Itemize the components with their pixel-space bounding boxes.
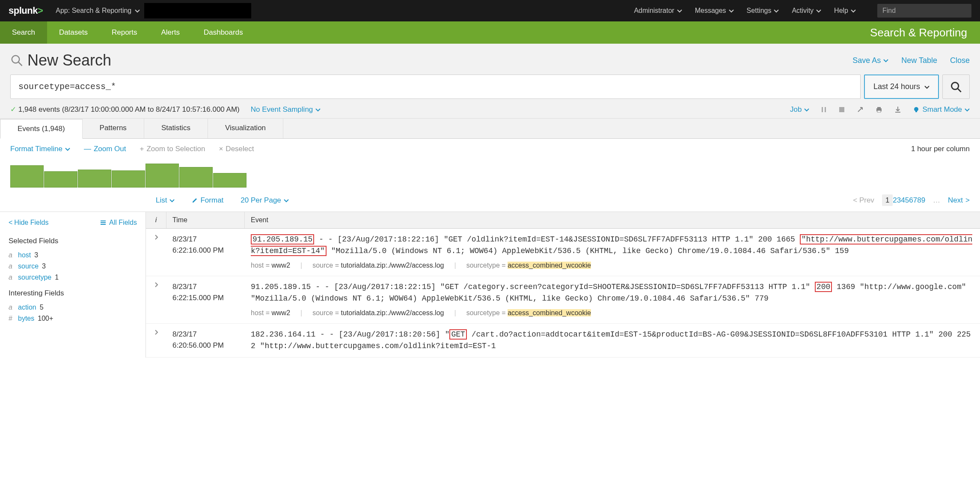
page-4[interactable]: 4 — [901, 196, 905, 204]
event-sampling-dropdown[interactable]: No Event Sampling — [251, 105, 321, 114]
chevron-right-icon — [154, 282, 159, 287]
events-list-controls: List Format 20 Per Page < Prev 123456789… — [0, 189, 980, 212]
timeline-bar[interactable] — [78, 170, 111, 188]
menu-messages[interactable]: Messages — [695, 7, 734, 15]
menu-activity[interactable]: Activity — [792, 7, 821, 15]
page-5[interactable]: 5 — [905, 196, 909, 204]
pause-icon[interactable] — [820, 105, 827, 114]
page-1[interactable]: 1 — [882, 194, 893, 206]
timeline-bar[interactable] — [179, 167, 213, 188]
app-picker[interactable]: App: Search & Reporting — [56, 7, 140, 15]
page-8[interactable]: 8 — [917, 196, 921, 204]
expand-row-button[interactable] — [146, 276, 166, 323]
close-button[interactable]: Close — [950, 56, 970, 65]
list-icon — [100, 219, 107, 226]
time-range-picker[interactable]: Last 24 hours — [864, 75, 939, 99]
event-time[interactable]: 8/23/176:22:16.000 PM — [166, 229, 245, 276]
page-9[interactable]: 9 — [921, 196, 925, 204]
page-2[interactable]: 2 — [893, 196, 897, 204]
tab-visualization[interactable]: Visualization — [208, 119, 283, 138]
timeline-bar[interactable] — [146, 164, 179, 188]
chevron-right-icon — [154, 235, 159, 240]
menu-settings[interactable]: Settings — [747, 7, 779, 15]
format-button[interactable]: Format — [192, 196, 223, 205]
splunk-logo[interactable]: splunk> — [9, 5, 43, 16]
field-row-bytes[interactable]: #bytes100+ — [9, 313, 137, 324]
find-input[interactable]: Find — [877, 4, 971, 18]
svg-point-0 — [12, 56, 20, 63]
field-row-action[interactable]: aaction5 — [9, 302, 137, 313]
highlighted-segment: GET — [449, 329, 466, 340]
svg-rect-5 — [825, 107, 826, 112]
event-time[interactable]: 8/23/176:22:15.000 PM — [166, 276, 245, 323]
timeline-bars[interactable] — [10, 158, 970, 188]
nav-dashboards[interactable]: Dashboards — [192, 21, 255, 44]
nav-reports[interactable]: Reports — [100, 21, 149, 44]
events-table: i Time Event 8/23/176:22:16.000 PM91.205… — [146, 212, 980, 358]
field-row-sourcetype[interactable]: asourcetype1 — [9, 272, 137, 283]
svg-line-1 — [18, 62, 22, 66]
chevron-down-icon — [924, 84, 930, 89]
page-ellipsis: … — [933, 196, 940, 205]
chevron-down-icon — [965, 107, 970, 112]
event-meta: host = www2|source = tutorialdata.zip:./… — [251, 308, 974, 318]
search-input[interactable]: sourcetype=access_* — [10, 75, 861, 99]
selected-fields-heading: Selected Fields — [9, 237, 137, 245]
expand-row-button[interactable] — [146, 324, 166, 357]
print-icon[interactable] — [875, 105, 883, 114]
next-page-button[interactable]: Next > — [948, 196, 970, 205]
svg-rect-8 — [877, 107, 881, 108]
hide-fields-button[interactable]: < Hide Fields — [9, 219, 48, 227]
timeline-bar[interactable] — [44, 171, 77, 188]
per-page-dropdown[interactable]: 20 Per Page — [241, 196, 289, 205]
event-meta: host = www2|source = tutorialdata.zip:./… — [251, 260, 974, 271]
timeline-bar[interactable] — [213, 173, 246, 188]
job-menu[interactable]: Job — [790, 105, 809, 114]
stop-icon[interactable] — [838, 105, 845, 114]
chevron-down-icon — [774, 8, 779, 13]
search-icon — [950, 81, 962, 93]
event-time[interactable]: 8/23/176:20:56.000 PM — [166, 324, 245, 357]
tab-events[interactable]: Events (1,948) — [0, 119, 83, 139]
event-raw[interactable]: 182.236.164.11 - - [23/Aug/2017:18:20:56… — [245, 324, 980, 357]
timeline-bar[interactable] — [112, 170, 145, 188]
col-time[interactable]: Time — [166, 212, 245, 228]
nav-datasets[interactable]: Datasets — [47, 21, 100, 44]
chevron-down-icon — [169, 198, 175, 203]
format-timeline-button[interactable]: Format Timeline — [10, 145, 70, 153]
event-raw[interactable]: 91.205.189.15 - - [23/Aug/2017:18:22:16]… — [245, 229, 980, 276]
field-row-host[interactable]: ahost3 — [9, 250, 137, 261]
topbar: splunk> App: Search & Reporting Administ… — [0, 0, 980, 21]
app-title: Search & Reporting — [870, 26, 980, 39]
share-icon[interactable] — [856, 105, 864, 114]
zoom-out-button[interactable]: — Zoom Out — [84, 145, 126, 153]
page-6[interactable]: 6 — [909, 196, 913, 204]
nav-alerts[interactable]: Alerts — [149, 21, 192, 44]
col-info: i — [146, 212, 166, 228]
save-as-button[interactable]: Save As — [852, 56, 888, 65]
field-type-icon: # — [9, 315, 15, 322]
page-3[interactable]: 3 — [897, 196, 901, 204]
new-table-button[interactable]: New Table — [901, 56, 937, 65]
expand-row-button[interactable] — [146, 229, 166, 276]
tab-patterns[interactable]: Patterns — [83, 119, 144, 138]
event-raw[interactable]: 91.205.189.15 - - [23/Aug/2017:18:22:15]… — [245, 276, 980, 323]
app-nav: Search Datasets Reports Alerts Dashboard… — [0, 21, 980, 44]
col-event: Event — [245, 212, 980, 228]
run-search-button[interactable] — [942, 75, 970, 99]
events-table-header: i Time Event — [146, 212, 980, 229]
all-fields-button[interactable]: All Fields — [100, 219, 137, 227]
menu-help[interactable]: Help — [834, 7, 856, 15]
page-7[interactable]: 7 — [913, 196, 917, 204]
export-icon[interactable] — [894, 105, 902, 114]
chevron-down-icon — [883, 58, 888, 63]
nav-search[interactable]: Search — [0, 21, 47, 44]
timeline-bar[interactable] — [10, 165, 44, 188]
menu-administrator[interactable]: Administrator — [634, 7, 682, 15]
prev-page-button: < Prev — [853, 196, 874, 205]
field-name-label: source — [18, 262, 39, 270]
field-row-source[interactable]: asource3 — [9, 261, 137, 272]
display-mode-dropdown[interactable]: List — [156, 196, 175, 205]
search-mode-dropdown[interactable]: Smart Mode — [913, 105, 970, 114]
tab-statistics[interactable]: Statistics — [144, 119, 208, 138]
